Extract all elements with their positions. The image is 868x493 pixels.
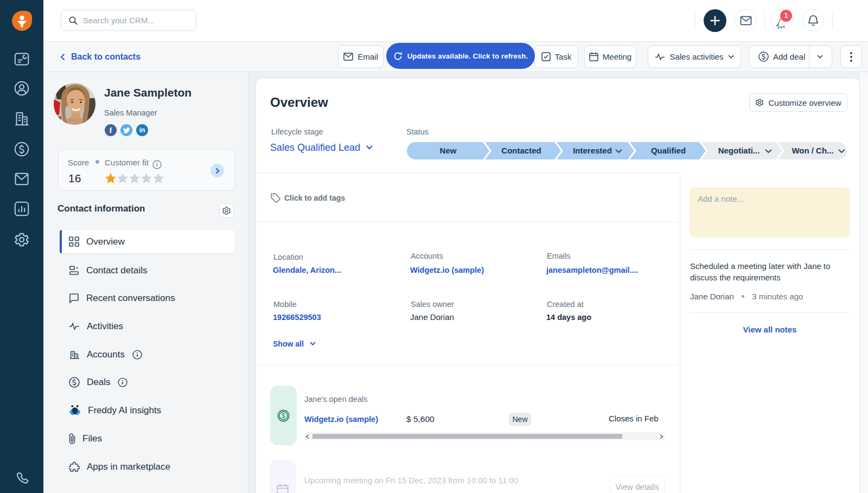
svg-text:Won / Ch...: Won / Ch... [792, 146, 833, 155]
svg-text:Interested: Interested [573, 146, 612, 155]
svg-text:Qualified: Qualified [651, 146, 686, 155]
svg-text:New: New [440, 146, 457, 155]
svg-text:Contacted: Contacted [501, 146, 541, 155]
svg-text:Negotiati...: Negotiati... [718, 146, 760, 155]
